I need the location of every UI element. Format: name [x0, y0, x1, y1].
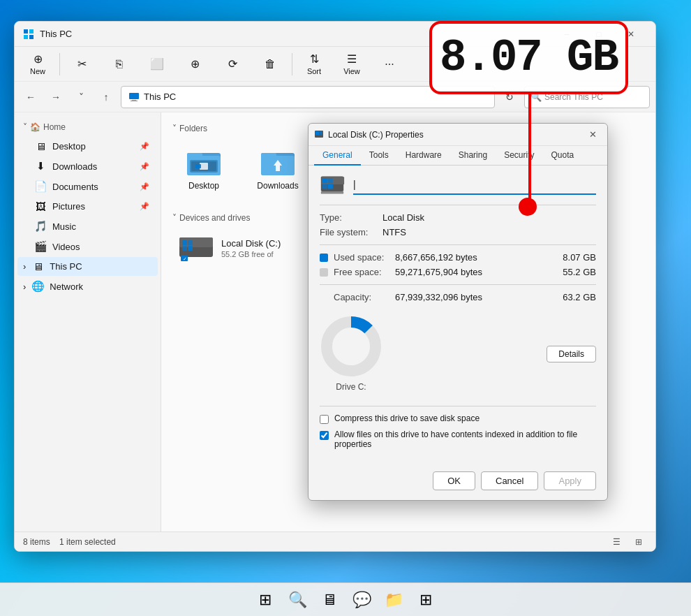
dialog-filesystem-row: File system: NTFS — [320, 227, 596, 237]
index-checkbox[interactable] — [320, 431, 329, 440]
window-icon — [23, 29, 34, 40]
taskbar-search[interactable]: 🔍 — [283, 586, 311, 614]
svg-rect-6 — [131, 101, 138, 101]
title-bar: This PC – □ ✕ — [15, 22, 655, 47]
forward-button[interactable]: → — [45, 87, 66, 108]
taskbar-chat[interactable]: 💬 — [348, 586, 376, 614]
device-icon-box: ✓ — [178, 234, 214, 262]
new-button[interactable]: ⊕ New — [20, 50, 55, 78]
view-button[interactable]: ☰ View — [334, 50, 369, 78]
sidebar-item-music[interactable]: 🎵 Music — [23, 217, 158, 236]
paste-button[interactable]: ⬜ — [140, 54, 174, 73]
cancel-button[interactable]: Cancel — [481, 471, 538, 490]
svg-text:✓: ✓ — [183, 256, 187, 261]
compress-checkbox[interactable] — [320, 415, 329, 424]
svg-rect-3 — [29, 35, 34, 39]
delete-button[interactable]: 🗑 — [253, 55, 288, 73]
taskbar-desktop[interactable]: 🖥 — [315, 586, 343, 614]
search-field[interactable]: 🔍 Search This PC — [524, 86, 650, 108]
sidebar-item-this-pc[interactable]: › 🖥 This PC — [17, 257, 158, 276]
svg-rect-2 — [24, 35, 28, 39]
taskbar: ⊞ 🔍 🖥 💬 📁 ⊞ — [0, 582, 691, 616]
taskbar-start[interactable]: ⊞ — [251, 586, 279, 614]
close-button[interactable]: ✕ — [615, 22, 647, 47]
tab-quota[interactable]: Quota — [542, 146, 582, 166]
folder-name-desktop: Desktop — [188, 181, 219, 191]
svg-rect-40 — [328, 184, 333, 189]
free-gb: 55.2 GB — [554, 267, 596, 277]
dialog-divider-2 — [320, 244, 596, 245]
back-button[interactable]: ← — [20, 87, 41, 108]
sidebar-network-label: Network — [50, 281, 83, 292]
paste-icon: ⬜ — [150, 57, 164, 71]
dialog-title-left: Local Disk (C:) Properties — [314, 130, 424, 140]
sidebar-item-desktop[interactable]: 🖥 Desktop 📌 — [23, 137, 158, 156]
svg-rect-37 — [322, 178, 327, 183]
cut-button[interactable]: ✂ — [64, 54, 99, 73]
cut-icon: ✂ — [77, 57, 87, 71]
dialog-disk-icon — [320, 175, 345, 195]
svg-rect-33 — [315, 131, 319, 135]
tab-sharing[interactable]: Sharing — [450, 146, 496, 166]
pin-icon-documents: 📌 — [140, 182, 149, 191]
svg-rect-39 — [322, 184, 327, 189]
sidebar-item-network[interactable]: › 🌐 Network — [17, 277, 158, 296]
ok-button[interactable]: OK — [433, 471, 475, 490]
dropdown-button[interactable]: ˅ — [70, 87, 91, 108]
used-space-indicator — [320, 254, 328, 262]
capacity-label: Capacity: — [334, 292, 389, 302]
maximize-button[interactable]: □ — [583, 22, 615, 47]
folder-icon-desktop — [186, 146, 222, 177]
sidebar-home-header[interactable]: ˅ 🏠 Home — [15, 118, 161, 136]
properties-dialog[interactable]: Local Disk (C:) Properties ✕ General Too… — [308, 123, 608, 501]
address-field[interactable]: This PC — [121, 86, 495, 108]
sidebar-item-downloads[interactable]: ⬇ Downloads 📌 — [23, 156, 158, 176]
sidebar-item-documents[interactable]: 📄 Documents 📌 — [23, 177, 158, 196]
capacity-row: Capacity: 67,939,332,096 bytes 63.2 GB — [320, 292, 596, 302]
refresh-button[interactable]: ↻ — [499, 87, 520, 108]
capacity-gb: 63.2 GB — [554, 292, 596, 302]
donut-row: Drive C: Details — [320, 309, 596, 399]
devices-label: Devices and drives — [179, 213, 250, 223]
drive-label: Drive C: — [336, 382, 366, 392]
dialog-close-button[interactable]: ✕ — [584, 126, 602, 144]
tab-tools[interactable]: Tools — [361, 146, 397, 166]
type-value: Local Disk — [382, 212, 424, 223]
new-icon: ⊕ — [34, 52, 43, 66]
svg-point-43 — [327, 322, 376, 371]
svg-rect-29 — [188, 246, 193, 251]
sidebar-item-videos[interactable]: 🎬 Videos — [23, 237, 158, 256]
copy-button[interactable]: ⎘ — [102, 55, 137, 73]
dialog-title: Local Disk (C:) Properties — [328, 130, 424, 140]
minimize-button[interactable]: – — [551, 22, 583, 47]
status-right: ☰ ⊞ — [608, 534, 647, 550]
dialog-name-input[interactable] — [353, 175, 596, 195]
free-bytes: 59,271,675,904 bytes — [395, 267, 549, 277]
grid-view-button[interactable]: ⊞ — [630, 534, 647, 550]
desktop-icon: 🖥 — [34, 140, 47, 152]
list-view-button[interactable]: ☰ — [608, 534, 625, 550]
dialog-footer-divider — [320, 406, 596, 406]
ai-button[interactable]: ⊕ — [177, 54, 212, 73]
sidebar-item-pictures[interactable]: 🖼 Pictures 📌 — [23, 197, 158, 216]
pin-icon-pictures: 📌 — [140, 202, 149, 211]
sidebar-downloads-label: Downloads — [52, 161, 97, 172]
folder-item-desktop[interactable]: Desktop — [172, 140, 235, 196]
used-space-row: Used space: 8,667,656,192 bytes 8.07 GB — [320, 252, 596, 263]
dialog-icon-row — [320, 175, 596, 195]
more-button[interactable]: ··· — [372, 55, 407, 73]
up-button[interactable]: ↑ — [96, 87, 117, 108]
svg-rect-38 — [328, 178, 333, 183]
dialog-title-bar: Local Disk (C:) Properties ✕ — [309, 124, 607, 146]
sort-button[interactable]: ⇅ Sort — [297, 50, 332, 78]
tab-general[interactable]: General — [314, 146, 361, 166]
apply-button[interactable]: Apply — [544, 471, 596, 490]
taskbar-store[interactable]: ⊞ — [412, 586, 440, 614]
tab-security[interactable]: Security — [496, 146, 542, 166]
details-button[interactable]: Details — [547, 346, 596, 362]
taskbar-explorer[interactable]: 📁 — [380, 586, 408, 614]
folder-item-downloads[interactable]: Downloads — [246, 140, 309, 196]
dialog-type-row: Type: Local Disk — [320, 212, 596, 223]
tab-hardware[interactable]: Hardware — [397, 146, 450, 166]
rename-button[interactable]: ⟳ — [215, 54, 250, 73]
